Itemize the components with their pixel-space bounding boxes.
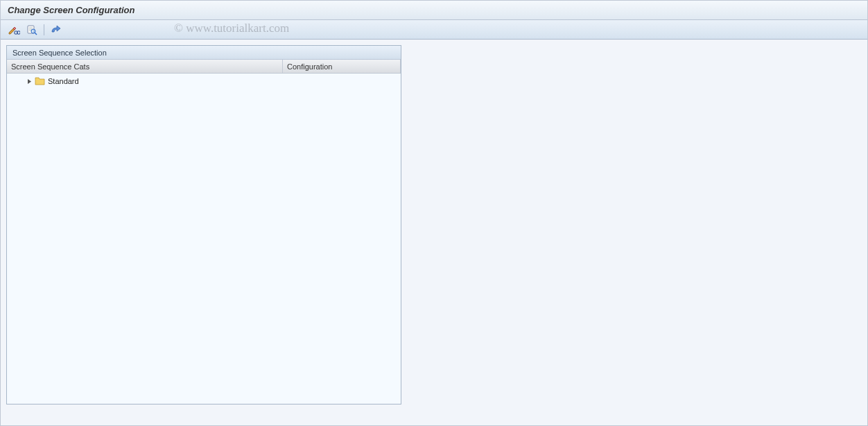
app-container: Change Screen Configuration <box>0 0 868 426</box>
folder-icon <box>35 77 45 85</box>
change-display-button[interactable] <box>6 23 21 37</box>
panel-title: Screen Sequence Selection <box>7 46 401 60</box>
tree-column-headers: Screen Sequence Cats Configuration <box>7 60 401 74</box>
content-area: Screen Sequence Selection Screen Sequenc… <box>1 40 867 425</box>
svg-point-7 <box>31 29 35 33</box>
watermark-text: © www.tutorialkart.com <box>174 22 289 35</box>
tree-row-label: Standard <box>48 77 79 85</box>
pencil-glasses-icon <box>8 24 20 35</box>
svg-line-8 <box>35 33 37 35</box>
column-header-config[interactable]: Configuration <box>283 60 401 73</box>
page-title: Change Screen Configuration <box>8 5 134 15</box>
title-bar: Change Screen Configuration <box>1 1 867 20</box>
find-button[interactable] <box>24 23 40 37</box>
toolbar-separator <box>44 24 44 35</box>
tree-table: Screen Sequence Cats Configuration <box>7 60 401 404</box>
column-header-cats[interactable]: Screen Sequence Cats <box>7 60 283 73</box>
screen-sequence-panel: Screen Sequence Selection Screen Sequenc… <box>6 45 401 404</box>
img-activity-button[interactable] <box>49 23 64 37</box>
curved-arrow-icon <box>50 24 62 35</box>
tree-body: Standard <box>7 74 401 404</box>
toolbar: © www.tutorialkart.com <box>1 20 867 40</box>
search-icon <box>26 24 37 35</box>
tree-row-standard[interactable]: Standard <box>7 75 401 87</box>
chevron-right-icon[interactable] <box>26 78 32 84</box>
